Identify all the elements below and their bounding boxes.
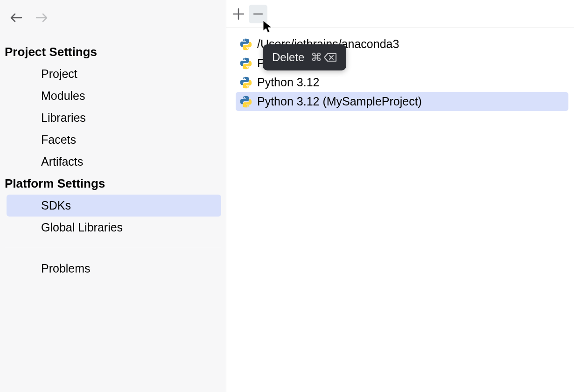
sdk-label: Python 3.12 (MySampleProject) bbox=[257, 95, 422, 108]
toolbar bbox=[226, 0, 574, 28]
main-panel: /Users/jetbrains/anaconda3 Python 3.12 P… bbox=[226, 0, 574, 392]
arrow-left-icon bbox=[10, 13, 22, 22]
sidebar-item-problems[interactable]: Problems bbox=[7, 258, 221, 280]
python-icon bbox=[239, 76, 252, 89]
sidebar-item-modules[interactable]: Modules bbox=[7, 85, 221, 107]
sdk-row[interactable]: Python 3.12 bbox=[236, 73, 568, 92]
plus-icon bbox=[232, 8, 245, 20]
sidebar-item-global-libraries[interactable]: Global Libraries bbox=[7, 217, 221, 238]
backspace-icon bbox=[324, 53, 337, 62]
sidebar-item-facets[interactable]: Facets bbox=[7, 129, 221, 151]
sidebar-item-artifacts[interactable]: Artifacts bbox=[7, 151, 221, 173]
forward-button[interactable] bbox=[35, 13, 48, 22]
arrow-right-icon bbox=[35, 13, 48, 22]
tooltip-shortcut: ⌘ bbox=[311, 51, 337, 64]
minus-icon bbox=[252, 8, 264, 20]
section-header-project-settings: Project Settings bbox=[0, 41, 226, 63]
sidebar: Project Settings Project Modules Librari… bbox=[0, 0, 226, 392]
delete-tooltip: Delete ⌘ bbox=[263, 44, 346, 70]
python-icon bbox=[239, 57, 252, 70]
tooltip-label: Delete bbox=[272, 51, 304, 64]
sidebar-item-project[interactable]: Project bbox=[7, 63, 221, 85]
python-icon bbox=[239, 38, 252, 51]
divider bbox=[5, 248, 221, 248]
sdk-row[interactable]: Python 3.12 (MySampleProject) bbox=[236, 92, 568, 111]
add-sdk-button[interactable] bbox=[229, 5, 248, 23]
sidebar-item-libraries[interactable]: Libraries bbox=[7, 107, 221, 129]
python-icon bbox=[239, 95, 252, 108]
back-button[interactable] bbox=[10, 13, 22, 22]
section-header-platform-settings: Platform Settings bbox=[0, 173, 226, 195]
sidebar-item-sdks[interactable]: SDKs bbox=[7, 195, 221, 217]
sdk-label: Python 3.12 bbox=[257, 76, 319, 89]
command-key-icon: ⌘ bbox=[311, 51, 322, 64]
nav-arrows bbox=[0, 13, 226, 22]
remove-sdk-button[interactable] bbox=[249, 5, 267, 23]
